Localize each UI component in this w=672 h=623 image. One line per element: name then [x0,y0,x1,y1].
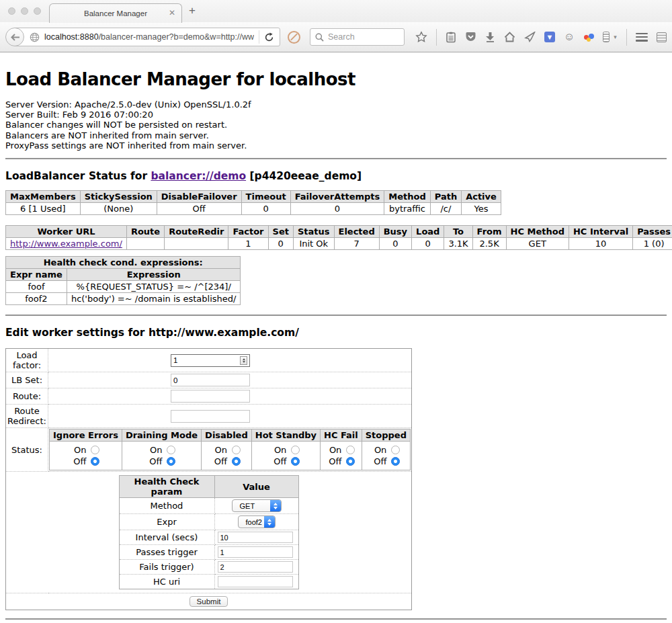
new-tab-button[interactable]: + [189,4,196,17]
minimize-window-button[interactable] [21,7,28,15]
balancer-heading: LoadBalancer Status for balancer://demo … [5,170,667,182]
radio-hot-standby-on[interactable] [291,446,300,454]
cell: 0 [290,203,384,215]
radio-hc-fail-on[interactable] [346,446,355,454]
battery-icon[interactable] [603,32,610,42]
hc-uri-input[interactable] [218,576,293,587]
column-header: Value [214,476,298,498]
content-blocked-icon[interactable] [288,31,300,44]
radio-draining-mode-on[interactable] [167,446,175,454]
status-hot-standby: On Off [251,442,320,470]
colored-dots-icon[interactable] [583,32,594,42]
form-row-hc-params: Health Check param Value Method GET [6,472,412,593]
globe-icon [30,32,40,42]
cell: 3.1K [444,238,472,250]
column-header: Method [384,191,430,203]
expr-name: foof [6,281,67,293]
radio-disabled-off[interactable] [232,457,241,466]
cell: 10 [569,238,632,250]
radio-label: Off [212,456,227,467]
bookmark-star-icon[interactable] [415,31,427,43]
page-content: Load Balancer Manager for localhost Serv… [0,69,672,620]
status-column-header: Disabled [202,429,252,442]
status-hc-fail: On Off [321,442,362,470]
radio-disabled-on[interactable] [232,446,241,454]
hc-expr-select[interactable]: foof2 [238,515,276,528]
back-button[interactable] [5,28,24,46]
radio-ignore-errors-off[interactable] [91,457,99,466]
grid-icon[interactable] [657,32,667,42]
radio-label: Off [327,456,341,467]
reload-button[interactable] [264,32,274,42]
route-input[interactable] [171,390,250,403]
worker-url-link[interactable]: http://www.example.com/ [10,239,122,249]
status-table: Ignore Errors Draining Mode Disabled Hot… [49,429,411,470]
radio-label: On [271,444,286,456]
blue-download-badge-icon[interactable]: ▼ [544,32,555,42]
cell: GET [506,238,569,250]
home-icon[interactable] [504,32,515,42]
server-info-line: Server Version: Apache/2.5.0-dev (Unix) … [5,99,667,110]
tab-close-icon[interactable]: ✕ [169,8,175,17]
column-header: Busy [379,226,411,238]
radio-ignore-errors-on[interactable] [91,446,99,454]
pocket-icon[interactable] [465,32,476,42]
column-header: Health Check param [119,476,214,498]
radio-hc-fail-off[interactable] [346,457,355,466]
radio-label: On [327,444,341,456]
status-disabled: On Off [202,442,252,470]
column-header: Path [430,191,461,203]
search-bar[interactable]: Search [310,28,405,46]
column-header: Expr name [6,269,67,281]
expr-name: foof2 [6,293,67,305]
field-label: LB Set: [6,372,48,388]
status-column-header: Ignore Errors [50,429,122,442]
table-row: http://www.example.com/ 1 0 Init Ok 7 0 … [6,238,672,250]
feedback-smiley-icon[interactable]: ☺ [564,32,575,42]
clipboard-icon[interactable] [446,32,456,43]
radio-stopped-off[interactable] [391,457,400,466]
number-spinner-icon[interactable] [240,356,247,365]
route-redirect-input[interactable] [171,410,250,423]
cell [126,238,164,250]
table-row: foof2 hc('body') =~ /domain is establish… [6,293,241,305]
radio-stopped-on[interactable] [391,446,400,454]
hc-passes-input[interactable] [218,546,293,558]
send-plane-icon[interactable] [524,32,536,42]
close-window-button[interactable] [8,7,15,15]
titlebar: Balancer Manager ✕ + [0,0,672,22]
download-icon[interactable] [485,32,495,42]
hamburger-menu-icon[interactable] [636,33,648,42]
radio-label: Off [147,456,162,467]
hc-method-select[interactable]: GET [232,499,282,512]
submit-button[interactable]: Submit [190,596,228,607]
hc-fails-input[interactable] [218,561,293,573]
column-header: Worker URL [6,226,127,238]
url-bar[interactable]: localhost:8880/balancer-manager?b=demo&w… [14,28,280,46]
radio-label: Off [372,456,386,467]
cell: 0 [379,238,411,250]
radio-hot-standby-off[interactable] [291,457,300,466]
select-stepper-icon [270,500,281,511]
edit-worker-form: Load factor: LB Set: Route: Route Redire… [5,348,412,610]
radio-label: On [212,444,227,456]
param-label: HC uri [119,575,214,589]
field-label: Route: [6,388,48,405]
lb-set-input[interactable] [171,374,250,386]
dropdown-caret-icon[interactable]: ▾ [614,34,617,40]
select-stepper-icon [264,516,275,528]
radio-draining-mode-off[interactable] [167,457,175,466]
column-header: Elected [334,226,379,238]
balancer-link[interactable]: balancer://demo [151,170,246,182]
load-factor-field-wrap [171,354,250,367]
column-header: DisableFailover [157,191,241,203]
search-placeholder: Search [328,32,355,42]
hc-interval-input[interactable] [218,532,293,543]
param-label: Passes trigger [119,545,214,560]
zoom-window-button[interactable] [34,7,41,15]
browser-tab[interactable]: Balancer Manager ✕ [49,3,182,23]
hc-params-table: Health Check param Value Method GET [119,475,299,589]
load-factor-input[interactable] [171,354,250,367]
cell: 6 [1 Used] [6,203,81,215]
column-header: FailoverAttempts [290,191,384,203]
